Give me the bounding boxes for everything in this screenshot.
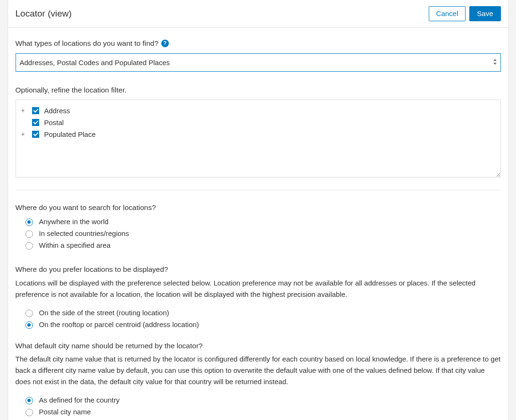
- radio-row-country-default[interactable]: As defined for the country: [23, 394, 501, 406]
- display-pref-question: Where do you prefer locations to be disp…: [16, 264, 501, 275]
- search-scope-group: Anywhere in the world In selected countr…: [23, 216, 501, 251]
- radio-anywhere[interactable]: [25, 218, 33, 226]
- radio-label: On the rooftop or parcel centroid (addre…: [39, 319, 199, 329]
- checkbox-postal[interactable]: [32, 119, 39, 126]
- save-button[interactable]: Save: [469, 6, 500, 21]
- checkbox-address[interactable]: [32, 107, 39, 114]
- help-icon[interactable]: ?: [161, 40, 169, 47]
- radio-rooftop[interactable]: [25, 321, 33, 329]
- city-name-question: What default city name should be returne…: [16, 341, 501, 351]
- filter-row-postal: Postal: [20, 117, 497, 128]
- radio-street[interactable]: [25, 310, 33, 317]
- filter-label: Postal: [44, 118, 64, 127]
- display-pref-group: On the side of the street (routing locat…: [23, 307, 501, 330]
- location-types-select[interactable]: Addresses, Postal Codes and Populated Pl…: [16, 53, 501, 72]
- radio-row-area[interactable]: Within a specified area: [23, 239, 501, 251]
- filter-row-address: + Address: [20, 105, 497, 117]
- filter-row-populated-place: + Populated Place: [20, 128, 497, 140]
- expand-icon[interactable]: +: [20, 130, 26, 139]
- cancel-button[interactable]: Cancel: [429, 6, 466, 21]
- location-types-select-wrap: Addresses, Postal Codes and Populated Pl…: [16, 53, 501, 72]
- filter-label: Populated Place: [44, 129, 96, 139]
- radio-postal-city[interactable]: [25, 409, 33, 416]
- radio-row-rooftop[interactable]: On the rooftop or parcel centroid (addre…: [23, 319, 501, 330]
- radio-row-street[interactable]: On the side of the street (routing locat…: [23, 307, 501, 319]
- radio-label: As defined for the country: [39, 395, 120, 405]
- radio-row-countries[interactable]: In selected countries/regions: [23, 227, 501, 239]
- radio-label: Anywhere in the world: [39, 217, 109, 227]
- display-pref-description: Locations will be displayed with the pre…: [16, 277, 501, 300]
- header-buttons: Cancel Save: [429, 6, 501, 21]
- radio-label: Postal city name: [39, 407, 91, 417]
- location-types-label: What types of locations do you want to f…: [16, 38, 501, 49]
- radio-row-local-city[interactable]: Local city name: [23, 418, 501, 420]
- filter-label: Address: [44, 106, 70, 116]
- refine-label: Optionally, refine the location filter.: [16, 85, 501, 95]
- radio-row-anywhere[interactable]: Anywhere in the world: [23, 216, 501, 227]
- radio-country-default[interactable]: [25, 397, 33, 404]
- radio-label: On the side of the street (routing locat…: [39, 308, 169, 318]
- checkbox-populated-place[interactable]: [32, 131, 39, 138]
- panel-body: What types of locations do you want to f…: [8, 28, 508, 420]
- location-types-question: What types of locations do you want to f…: [16, 38, 158, 49]
- panel-header: Locator (view) Cancel Save: [8, 0, 508, 28]
- radio-row-postal-city[interactable]: Postal city name: [23, 406, 501, 418]
- refine-filter-box: + Address Postal + Populated Place: [16, 100, 501, 177]
- panel-title: Locator (view): [16, 8, 72, 20]
- radio-area[interactable]: [25, 242, 33, 250]
- expand-icon[interactable]: +: [20, 106, 26, 116]
- radio-countries[interactable]: [25, 230, 33, 238]
- radio-label: In selected countries/regions: [39, 228, 129, 238]
- city-name-group: As defined for the country Postal city n…: [23, 394, 501, 420]
- radio-label: Within a specified area: [39, 240, 111, 250]
- locator-view-panel: Locator (view) Cancel Save What types of…: [8, 0, 509, 420]
- search-scope-question: Where do you want to search for location…: [16, 202, 501, 213]
- city-name-description: The default city name value that is retu…: [16, 353, 501, 387]
- divider: [16, 190, 501, 190]
